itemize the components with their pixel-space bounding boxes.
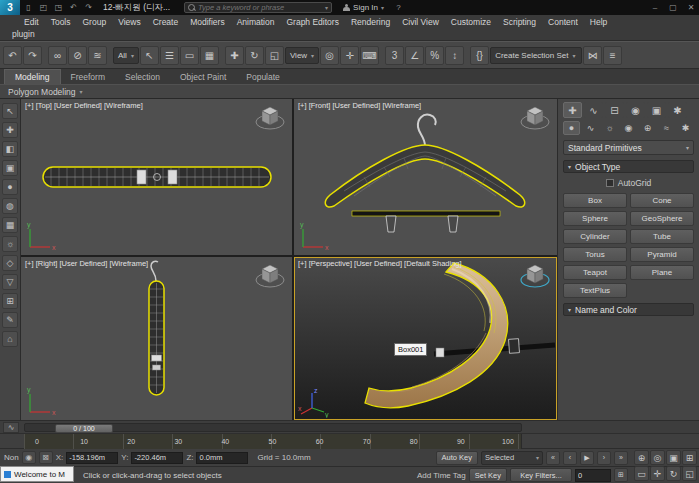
category-helpers-icon[interactable]: ⊕ xyxy=(639,121,656,135)
viewcube-right[interactable] xyxy=(253,261,287,291)
tab-display-icon[interactable]: ▣ xyxy=(647,102,666,118)
reference-coordinate-dropdown[interactable]: View ▾ xyxy=(285,47,319,64)
category-systems-icon[interactable]: ✱ xyxy=(677,121,694,135)
viewport-perspective[interactable]: [+] [Perspective] [User Defined] [Defaul… xyxy=(294,257,557,420)
object-type-button-box[interactable]: Box xyxy=(563,193,627,208)
align-icon[interactable]: ≡ xyxy=(603,46,622,65)
create-selection-set-field[interactable]: Create Selection Set ▾ xyxy=(490,47,582,64)
viewcube-front[interactable] xyxy=(518,103,552,133)
search-dropdown-icon[interactable]: ▾ xyxy=(325,4,328,11)
viewport-front-label[interactable]: [+] [Front] [User Defined] [Wireframe] xyxy=(298,101,421,110)
left-toolbar-icon-5[interactable]: ● xyxy=(2,179,18,195)
viewcube-top[interactable] xyxy=(253,103,287,133)
go-to-end-button[interactable]: » xyxy=(614,451,628,465)
percent-snap-icon[interactable]: % xyxy=(425,46,444,65)
sign-in-button[interactable]: Sign In ▾ xyxy=(342,3,384,12)
object-type-button-tube[interactable]: Tube xyxy=(630,229,694,244)
menu-customize[interactable]: Customize xyxy=(445,17,497,27)
menu-create[interactable]: Create xyxy=(147,17,185,27)
left-toolbar-icon-8[interactable]: ☼ xyxy=(2,236,18,252)
tab-hierarchy-icon[interactable]: ⊟ xyxy=(605,102,624,118)
search-input[interactable] xyxy=(198,3,322,12)
maximize-button[interactable]: ▢ xyxy=(665,2,681,14)
keyboard-override-icon[interactable]: ⌨ xyxy=(360,46,379,65)
new-file-icon[interactable]: ▯ xyxy=(22,2,35,14)
zoom-extents-icon[interactable]: ▣ xyxy=(666,450,681,465)
viewport-right-label[interactable]: [+] [Right] [User Defined] [Wireframe] xyxy=(25,259,148,268)
selection-region-icon[interactable]: ▭ xyxy=(180,46,199,65)
track-bar[interactable]: 0 10 20 30 40 50 60 70 80 90 100 xyxy=(0,433,699,448)
hanger-object-perspective[interactable] xyxy=(365,263,508,408)
ribbon-tab-freeform[interactable]: Freeform xyxy=(61,70,115,84)
category-lights-icon[interactable]: ☼ xyxy=(601,121,618,135)
menu-rendering[interactable]: Rendering xyxy=(345,17,396,27)
play-button[interactable]: ▶ xyxy=(580,451,594,465)
viewport-right[interactable]: [+] [Right] [User Defined] [Wireframe] xyxy=(21,257,292,420)
orbit-icon[interactable]: ↻ xyxy=(666,466,681,481)
time-configuration-button[interactable]: ⊞ xyxy=(614,468,628,482)
left-toolbar-icon-7[interactable]: ▦ xyxy=(2,217,18,233)
zoom-all-icon[interactable]: ◎ xyxy=(650,450,665,465)
welcome-window[interactable]: Welcome to M xyxy=(0,466,74,482)
hanger-object-right-view[interactable] xyxy=(149,261,164,395)
next-frame-button[interactable]: › xyxy=(597,451,611,465)
left-toolbar-icon-3[interactable]: ◧ xyxy=(2,141,18,157)
select-and-manipulate-icon[interactable]: ✛ xyxy=(340,46,359,65)
object-type-button-cylinder[interactable]: Cylinder xyxy=(563,229,627,244)
mirror-icon[interactable]: ⋈ xyxy=(583,46,602,65)
previous-frame-button[interactable]: ‹ xyxy=(563,451,577,465)
left-toolbar-icon-6[interactable]: ◍ xyxy=(2,198,18,214)
object-type-button-cone[interactable]: Cone xyxy=(630,193,694,208)
menu-scripting[interactable]: Scripting xyxy=(497,17,542,27)
add-time-tag-label[interactable]: Add Time Tag xyxy=(417,471,466,480)
use-pivot-center-icon[interactable]: ◎ xyxy=(320,46,339,65)
menu-views[interactable]: Views xyxy=(112,17,147,27)
zoom-region-icon[interactable]: ▭ xyxy=(634,466,649,481)
zoom-extents-all-icon[interactable]: ⊞ xyxy=(682,450,697,465)
open-file-icon[interactable]: ◰ xyxy=(37,2,50,14)
object-type-button-geosphere[interactable]: GeoSphere xyxy=(630,211,694,226)
key-selection-dropdown[interactable]: Selected ▾ xyxy=(481,451,543,465)
redo-icon[interactable]: ↷ xyxy=(23,46,42,65)
edit-named-selection-sets-icon[interactable]: {} xyxy=(470,46,489,65)
z-coordinate-field[interactable] xyxy=(196,452,248,464)
left-toolbar-icon-1[interactable]: ↖ xyxy=(2,103,18,119)
tab-motion-icon[interactable]: ◉ xyxy=(626,102,645,118)
ribbon-tab-object-paint[interactable]: Object Paint xyxy=(170,70,236,84)
select-and-rotate-icon[interactable]: ↻ xyxy=(245,46,264,65)
menu-edit[interactable]: Edit xyxy=(18,17,45,27)
x-coordinate-field[interactable] xyxy=(66,452,118,464)
category-shapes-icon[interactable]: ∿ xyxy=(582,121,599,135)
auto-key-button[interactable]: Auto Key xyxy=(436,451,478,465)
hanger-clip[interactable] xyxy=(509,339,520,354)
left-toolbar-icon-13[interactable]: ⌂ xyxy=(2,331,18,347)
hanger-object-front-view[interactable] xyxy=(325,115,524,232)
undo-icon[interactable]: ↶ xyxy=(3,46,22,65)
select-object-icon[interactable]: ↖ xyxy=(140,46,159,65)
left-toolbar-icon-12[interactable]: ✎ xyxy=(2,312,18,328)
help-icon[interactable]: ? xyxy=(392,2,405,14)
menu-graph-editors[interactable]: Graph Editors xyxy=(280,17,344,27)
selection-lock-icon[interactable]: ⊠ xyxy=(39,451,53,464)
mini-curve-editor-button[interactable]: ∿ xyxy=(3,422,19,433)
left-toolbar-icon-10[interactable]: ▽ xyxy=(2,274,18,290)
menu-plugin[interactable]: plugin xyxy=(6,29,41,39)
unlink-selection-icon[interactable]: ⊘ xyxy=(68,46,87,65)
left-toolbar-icon-4[interactable]: ▣ xyxy=(2,160,18,176)
viewport-top-canvas[interactable] xyxy=(21,99,292,255)
ribbon-tab-selection[interactable]: Selection xyxy=(115,70,170,84)
viewcube-perspective[interactable] xyxy=(518,261,552,291)
close-button[interactable]: ✕ xyxy=(683,2,699,14)
hanger-object-top-view[interactable] xyxy=(43,167,271,187)
menu-civil-view[interactable]: Civil View xyxy=(396,17,445,27)
go-to-start-button[interactable]: « xyxy=(546,451,560,465)
viewport-front[interactable]: [+] [Front] [User Defined] [Wireframe] xyxy=(294,99,557,255)
maximize-viewport-icon[interactable]: ◱ xyxy=(682,466,697,481)
category-spacewarps-icon[interactable]: ≈ xyxy=(658,121,675,135)
track-bar-ruler[interactable]: 0 10 20 30 40 50 60 70 80 90 100 xyxy=(24,434,522,449)
angle-snap-icon[interactable]: ∠ xyxy=(405,46,424,65)
left-toolbar-icon-9[interactable]: ◇ xyxy=(2,255,18,271)
viewport-perspective-label[interactable]: [+] [Perspective] [User Defined] [Defaul… xyxy=(298,259,462,268)
redo-quick-icon[interactable]: ↷ xyxy=(82,2,95,14)
ribbon-tab-modeling[interactable]: Modeling xyxy=(4,69,61,84)
